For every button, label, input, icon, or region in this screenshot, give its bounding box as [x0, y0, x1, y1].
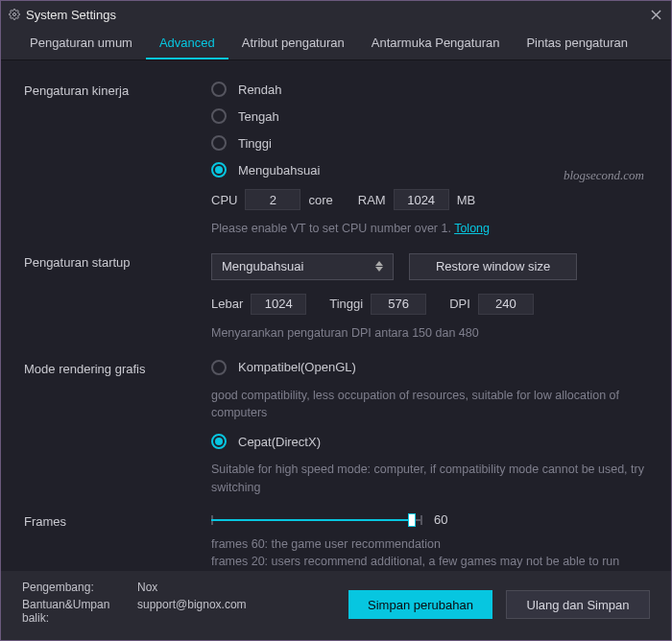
vt-help-link[interactable]: Tolong	[454, 222, 490, 235]
render-label: Mode rendering grafis	[24, 360, 211, 497]
dpi-hint: Menyarankan pengaturan DPI antara 150 da…	[211, 324, 648, 343]
cpu-label: CPU	[211, 193, 237, 207]
tab-general[interactable]: Pengaturan umum	[16, 28, 146, 59]
cpu-input[interactable]	[245, 189, 300, 210]
help-email[interactable]: support@bignox.com	[137, 598, 247, 625]
save-button[interactable]: Simpan perubahan	[348, 590, 492, 619]
window-title: System Settings	[26, 8, 648, 22]
svg-point-0	[13, 13, 16, 16]
frames-slider[interactable]	[211, 512, 422, 528]
frames-hint-1: frames 60: the game user recommendation	[211, 535, 648, 554]
ram-unit: MB	[457, 193, 476, 207]
tab-attributes[interactable]: Atribut pengaturan	[228, 28, 358, 59]
perf-radio-high[interactable]: Tinggi	[211, 135, 648, 151]
ram-input[interactable]	[394, 189, 449, 210]
width-input[interactable]	[251, 294, 306, 315]
render-radio-directx[interactable]: Cepat(DirectX)	[211, 434, 648, 449]
frames-hint-2: frames 20: users recommend additional, a…	[211, 553, 648, 571]
dev-value: Nox	[137, 581, 157, 594]
startup-select[interactable]: Mengubahsuai	[211, 253, 394, 280]
restore-window-button[interactable]: Restore window size	[409, 253, 577, 280]
dpi-input[interactable]	[478, 294, 534, 315]
tab-shortcuts[interactable]: Pintas pengaturan	[513, 28, 641, 59]
watermark: blogsecond.com	[564, 168, 644, 183]
dpi-label: DPI	[449, 297, 470, 311]
frames-value: 60	[434, 512, 447, 527]
gear-icon	[9, 9, 20, 20]
spinner-icon	[375, 261, 383, 272]
tab-advanced[interactable]: Advanced	[146, 28, 228, 59]
render-hint-directx: Suitable for high speed mode: computer, …	[211, 461, 648, 497]
performance-label: Pengaturan kinerja	[24, 82, 211, 238]
perf-radio-mid[interactable]: Tengah	[211, 108, 648, 124]
tabs: Pengaturan umum Advanced Atribut pengatu…	[1, 28, 671, 60]
render-hint-opengl: good compatibility, less occupation of r…	[211, 387, 648, 423]
height-input[interactable]	[371, 294, 426, 315]
frames-label: Frames	[24, 512, 211, 572]
slider-thumb[interactable]	[408, 513, 416, 527]
height-label: Tinggi	[329, 297, 363, 311]
render-radio-opengl[interactable]: Kompatibel(OpenGL)	[211, 360, 648, 375]
reset-button[interactable]: Ulang dan Simpan	[506, 590, 650, 619]
tab-interface[interactable]: Antarmuka Pengaturan	[358, 28, 514, 59]
dev-label: Pengembang:	[22, 581, 137, 594]
perf-radio-low[interactable]: Rendah	[211, 82, 648, 97]
vt-hint: Please enable VT to set CPU number over …	[211, 222, 454, 235]
cpu-unit: core	[308, 193, 332, 207]
startup-label: Pengaturan startup	[24, 253, 211, 343]
help-label: Bantuan&Umpan balik:	[22, 598, 137, 625]
close-button[interactable]	[648, 7, 663, 22]
width-label: Lebar	[211, 297, 243, 311]
ram-label: RAM	[358, 193, 386, 207]
